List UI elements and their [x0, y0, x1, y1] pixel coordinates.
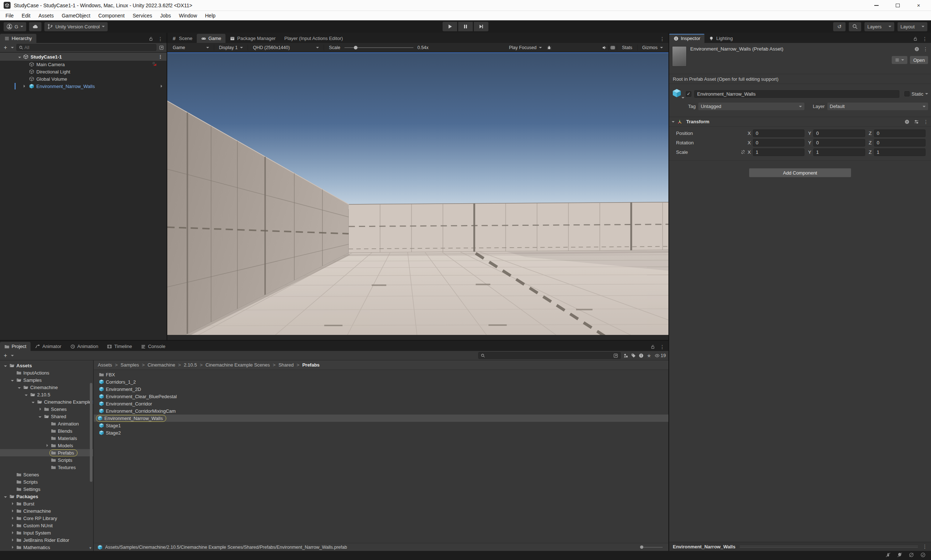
tree-item-blends[interactable]: Blends: [0, 427, 93, 435]
tabstrip-kebab[interactable]: ⋮: [922, 36, 927, 42]
tree-expand-caret[interactable]: [12, 538, 15, 542]
speaker-icon[interactable]: [602, 45, 607, 50]
menu-assets[interactable]: Assets: [35, 11, 58, 20]
tree-item-jetbrains-rider-editor[interactable]: JetBrains Rider Editor: [0, 536, 93, 544]
tree-item-shared[interactable]: Shared: [0, 413, 93, 420]
tree-item-input-system[interactable]: Input System: [0, 529, 93, 536]
hierarchy-search-field[interactable]: [25, 45, 154, 50]
file-item-environment-clear-bluepedestal[interactable]: Environment_Clear_BluePedestal: [94, 393, 668, 400]
tree-item-scripts[interactable]: Scripts: [0, 478, 93, 485]
tree-item-mathematics[interactable]: Mathematics: [0, 544, 93, 551]
lock-open-icon[interactable]: [650, 345, 656, 349]
scale-link-toggle[interactable]: [739, 149, 747, 155]
tree-expand-caret[interactable]: [12, 509, 15, 512]
display-dropdown[interactable]: Display 1: [215, 43, 246, 52]
icon-size-knob[interactable]: [640, 545, 643, 549]
static-checkbox[interactable]: [905, 91, 909, 96]
tab-game[interactable]: Game: [197, 34, 225, 43]
undo-history-button[interactable]: ↺: [833, 22, 846, 31]
status-sync-off-button[interactable]: [909, 552, 914, 558]
file-item-environment-corridor[interactable]: Environment_Corridor: [94, 400, 668, 407]
axis-value-field[interactable]: 0: [753, 139, 805, 146]
add-icon[interactable]: +: [3, 353, 8, 358]
tabstrip-kebab[interactable]: ⋮: [660, 36, 665, 42]
project-search-input[interactable]: [478, 352, 621, 359]
tree-item-packages[interactable]: Packages: [0, 493, 93, 500]
add-dropdown-caret[interactable]: [11, 47, 14, 50]
add-component-button[interactable]: Add Component: [749, 168, 851, 177]
resolution-dropdown[interactable]: QHD (2560x1440): [249, 43, 322, 52]
pick-window-icon[interactable]: [159, 45, 164, 50]
bug-icon[interactable]: [546, 45, 552, 50]
tree-expand-caret[interactable]: [40, 408, 43, 411]
focus-mode-dropdown[interactable]: Play Focused: [506, 43, 545, 52]
menu-help[interactable]: Help: [201, 11, 220, 20]
tree-expand-caret[interactable]: [46, 444, 49, 447]
menu-file[interactable]: File: [2, 11, 18, 20]
tree-item-materials[interactable]: Materials: [0, 435, 93, 442]
step-button[interactable]: [474, 22, 488, 31]
tree-item-assets[interactable]: Assets: [0, 362, 93, 369]
icon-size-slider[interactable]: [640, 547, 663, 548]
play-button[interactable]: [443, 22, 457, 31]
tab-package-manager[interactable]: Package Manager: [225, 34, 280, 43]
transform-kebab[interactable]: ⋮: [923, 119, 928, 125]
hierarchy-menu-kebab[interactable]: ⋮: [158, 36, 163, 42]
transform-component-header[interactable]: Transform ? ⋮: [669, 117, 931, 126]
tree-item-inputactions[interactable]: InputActions: [0, 369, 93, 376]
file-item-stage1[interactable]: Stage1: [94, 422, 668, 429]
tab-animation[interactable]: Animation: [66, 342, 103, 351]
tab-inspector[interactable]: Inspector: [669, 34, 705, 43]
maximize-button[interactable]: [893, 2, 902, 9]
tree-expand-caret[interactable]: [12, 524, 15, 527]
tree-item-scripts[interactable]: Scripts: [0, 456, 93, 464]
file-item-fbx[interactable]: FBX: [94, 371, 668, 378]
tree-scroll-down-icon[interactable]: ▼: [89, 546, 92, 550]
stats-grid-icon[interactable]: [610, 45, 616, 50]
tree-expand-caret[interactable]: [12, 531, 15, 534]
game-display-mode-dropdown[interactable]: Game: [169, 43, 212, 52]
breadcrumb-assets[interactable]: Assets: [98, 362, 112, 368]
add-icon[interactable]: +: [3, 45, 8, 51]
axis-value-field[interactable]: 0: [753, 129, 805, 137]
tree-item-2-10-5[interactable]: 2.10.5: [0, 391, 93, 398]
breadcrumb-prefabs[interactable]: Prefabs: [302, 362, 320, 368]
tree-item-models[interactable]: Models: [0, 442, 93, 449]
tree-item-cinemachine[interactable]: Cinemachine: [0, 507, 93, 515]
game-render-viewport[interactable]: [167, 52, 668, 335]
tree-item-cinemachine-example-scenes[interactable]: Cinemachine Example Scenes: [0, 398, 93, 405]
tree-item-burst[interactable]: Burst: [0, 500, 93, 507]
foldout-caret[interactable]: [672, 121, 675, 124]
tree-collapse-caret[interactable]: [4, 496, 7, 499]
tree-expand-caret[interactable]: [12, 546, 15, 549]
close-button[interactable]: ×: [914, 2, 923, 9]
status-bug-off-button[interactable]: [886, 552, 891, 558]
tree-item-core-rp-library[interactable]: Core RP Library: [0, 515, 93, 522]
breadcrumb-shared[interactable]: Shared: [279, 362, 294, 368]
gizmos-dropdown[interactable]: Gizmos: [639, 43, 666, 52]
lock-open-icon[interactable]: [148, 36, 154, 42]
tag-dropdown[interactable]: Untagged: [698, 103, 805, 110]
tree-scrollbar-thumb[interactable]: [90, 383, 92, 482]
inspector-header-kebab[interactable]: ⋮: [923, 46, 928, 52]
tree-expand-caret[interactable]: [12, 502, 15, 505]
tree-collapse-caret[interactable]: [25, 395, 28, 397]
tree-collapse-caret[interactable]: [18, 387, 21, 390]
file-item-environment-narrow-walls[interactable]: Environment_Narrow_Walls: [94, 415, 668, 422]
scene-kebab[interactable]: ⋮: [158, 54, 163, 59]
status-drop-off-button[interactable]: [897, 552, 902, 558]
tab-scene[interactable]: #Scene: [167, 34, 197, 43]
tab-console[interactable]: Console: [136, 342, 170, 351]
label-tag-icon[interactable]: [631, 353, 636, 358]
scale-slider[interactable]: [345, 47, 414, 48]
tree-item-settings[interactable]: Settings: [0, 485, 93, 493]
tree-item-prefabs[interactable]: Prefabs: [0, 449, 93, 456]
menu-jobs[interactable]: Jobs: [156, 11, 175, 20]
cloud-button[interactable]: [29, 22, 42, 31]
breadcrumb-cinemachine-example-scenes[interactable]: Cinemachine Example Scenes: [205, 362, 270, 368]
status-check-circle-button[interactable]: [920, 552, 926, 558]
menu-window[interactable]: Window: [175, 11, 201, 20]
pick-window-icon[interactable]: [613, 353, 618, 358]
tree-collapse-caret[interactable]: [4, 365, 7, 368]
axis-value-field[interactable]: 1: [753, 148, 805, 156]
